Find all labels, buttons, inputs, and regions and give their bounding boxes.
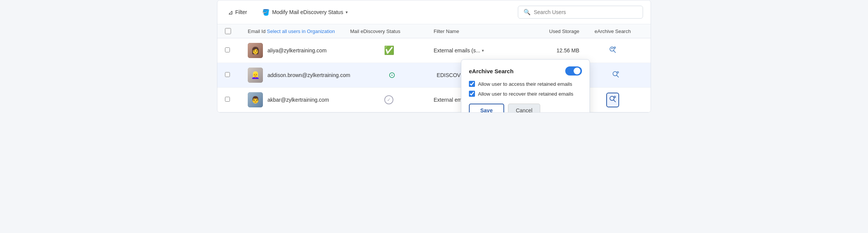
user-cell-3: 👨 akbar@zylkertraining.com	[248, 92, 347, 107]
checkbox-access[interactable]	[469, 81, 475, 87]
row-checkbox-cell-2	[225, 72, 248, 78]
earchive-button-2[interactable]	[609, 68, 622, 83]
avatar-2: 👱‍♀️	[248, 68, 263, 83]
filter-dropdown-1[interactable]: ▾	[482, 48, 484, 53]
storage-cell-1: 12.56 MB	[514, 47, 582, 54]
select-all-link[interactable]: Select all users in Organization	[267, 28, 335, 34]
popup-actions: Save Cancel	[469, 104, 582, 113]
svg-line-1	[613, 50, 615, 52]
header-checkbox-cell	[225, 28, 248, 34]
earchive-icon-1	[609, 46, 617, 54]
earchive-cell-1	[582, 43, 643, 58]
email-2: addison.brown@zylkertraining.com	[267, 72, 350, 78]
row-checkbox-1[interactable]	[225, 47, 230, 52]
used-storage-header: Used Storage	[514, 28, 582, 34]
earchive-icon-2	[612, 70, 620, 79]
filter-label: Filter	[235, 9, 247, 15]
avatar-face-2: 👱‍♀️	[248, 68, 263, 83]
modify-mail-ediscovery-button[interactable]: 🪣 Modify Mail eDiscovery Status ▾	[259, 7, 351, 17]
avatar-face-1: 👩	[248, 43, 263, 58]
chevron-down-icon: ▾	[346, 10, 348, 15]
filter-button[interactable]: ⊿ Filter	[225, 7, 250, 17]
select-all-checkbox[interactable]	[225, 28, 231, 34]
earchive-icon-3	[609, 95, 617, 103]
checkbox-row-2[interactable]: Allow user to recover their retained ema…	[469, 91, 582, 97]
status-enabled-icon-1: ✅	[384, 46, 394, 55]
status-disabled-icon-3: ✓	[384, 95, 393, 104]
row-checkbox-2[interactable]	[225, 72, 230, 77]
user-cell-1: 👩 aliya@zylkertraining.com	[248, 43, 347, 58]
earchive-popup: eArchive Search Allow user to access the…	[461, 59, 590, 113]
avatar-1: 👩	[248, 43, 263, 58]
search-input[interactable]	[534, 9, 637, 15]
toolbar-left: ⊿ Filter 🪣 Modify Mail eDiscovery Status…	[225, 7, 351, 17]
mail-icon: 🪣	[262, 9, 270, 16]
checkbox-row-1[interactable]: Allow user to access their retained emai…	[469, 81, 582, 87]
save-button[interactable]: Save	[469, 104, 504, 113]
earchive-button-1[interactable]	[606, 43, 619, 58]
user-cell-2: 👱‍♀️ addison.brown@zylkertraining.com	[248, 68, 350, 83]
mail-ediscovery-header: Mail eDiscovery Status	[347, 28, 431, 34]
status-cell-1: ✅	[347, 46, 431, 55]
popup-header: eArchive Search	[469, 66, 582, 76]
earchive-search-header: eArchive Search	[582, 28, 643, 34]
search-icon: 🔍	[524, 9, 531, 16]
email-id-header-cell: Email Id Select all users in Organizatio…	[248, 28, 347, 34]
popup-title: eArchive Search	[469, 68, 514, 74]
checkbox-access-label: Allow user to access their retained emai…	[478, 81, 572, 87]
earchive-toggle[interactable]	[565, 66, 582, 76]
popup-checkboxes: Allow user to access their retained emai…	[469, 81, 582, 97]
status-enabled-icon-2: ⊙	[388, 70, 395, 80]
email-3: akbar@zylkertraining.com	[267, 97, 329, 103]
main-container: ⊿ Filter 🪣 Modify Mail eDiscovery Status…	[217, 0, 651, 113]
row-checkbox-cell-1	[225, 47, 248, 54]
toolbar: ⊿ Filter 🪣 Modify Mail eDiscovery Status…	[217, 0, 651, 24]
cancel-button[interactable]: Cancel	[508, 104, 541, 113]
search-box: 🔍	[518, 6, 643, 19]
svg-line-11	[613, 100, 615, 102]
filter-cell-1: External emails (s... ▾	[431, 47, 514, 54]
row-checkbox-3[interactable]	[225, 97, 230, 102]
email-1: aliya@zylkertraining.com	[267, 47, 327, 54]
avatar-3: 👨	[248, 92, 263, 107]
earchive-button-3[interactable]	[606, 93, 619, 107]
earchive-cell-3	[582, 93, 643, 107]
filter-icon: ⊿	[228, 9, 233, 16]
avatar-face-3: 👨	[248, 92, 263, 107]
email-id-header: Email Id	[248, 28, 266, 34]
checkbox-recover[interactable]	[469, 91, 475, 97]
earchive-cell-2	[585, 68, 646, 83]
filter-name-header: Filter Name	[431, 28, 514, 34]
svg-line-6	[616, 75, 618, 77]
status-cell-3: ✓	[347, 95, 431, 104]
modify-label: Modify Mail eDiscovery Status	[272, 9, 343, 15]
checkbox-recover-label: Allow user to recover their retained ema…	[478, 91, 573, 97]
status-cell-2: ⊙	[350, 70, 434, 80]
table-row: 👱‍♀️ addison.brown@zylkertraining.com ⊙ …	[217, 63, 651, 88]
table-header: Email Id Select all users in Organizatio…	[217, 24, 651, 38]
filter-value-1: External emails (s...	[434, 47, 480, 54]
row-checkbox-cell-3	[225, 97, 248, 103]
toggle-slider	[565, 66, 582, 76]
